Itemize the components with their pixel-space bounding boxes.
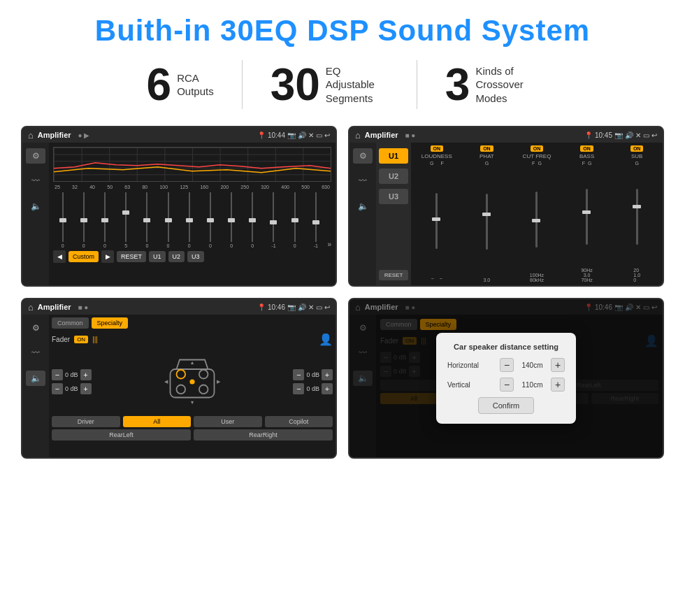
eq-bottom-bar: ◀ Custom ▶ RESET U1 U2 U3 — [53, 250, 331, 263]
fader-tabs: Common Specialty — [52, 317, 333, 329]
sub-slider[interactable] — [613, 167, 661, 266]
slider-5[interactable]: 0 — [159, 192, 178, 248]
cutfreq-slider[interactable] — [513, 167, 561, 271]
speaker-icon-2[interactable]: 🔈 — [353, 199, 373, 214]
channel-label-phat: PHAT — [480, 153, 494, 159]
specialty-tab[interactable]: Specialty — [92, 317, 129, 329]
prev-preset-btn[interactable]: ◀ — [53, 250, 66, 263]
horizontal-minus-btn[interactable]: − — [500, 358, 514, 372]
camera-icon-2: 📷 — [614, 131, 623, 139]
u1-btn-s1[interactable]: U1 — [149, 251, 166, 262]
stat-eq: 30 EQ AdjustableSegments — [243, 62, 417, 107]
db-plus-fr[interactable]: + — [322, 369, 333, 380]
db-minus-rl[interactable]: − — [52, 383, 63, 394]
confirm-button[interactable]: Confirm — [478, 397, 535, 414]
app-title-3: Amplifier — [38, 303, 71, 311]
next-preset-btn[interactable]: ▶ — [101, 250, 114, 263]
back-icon-2: ↩ — [651, 131, 657, 139]
common-tab[interactable]: Common — [52, 317, 89, 329]
db-minus-rr[interactable]: − — [293, 383, 304, 394]
rear-right-btn[interactable]: RearRight — [194, 429, 333, 440]
bass-slider[interactable] — [563, 167, 611, 266]
back-icon-3: ↩ — [324, 303, 330, 311]
stat-crossover-number: 3 — [445, 62, 470, 107]
freq-250: 250 — [240, 185, 249, 189]
custom-btn[interactable]: Custom — [68, 251, 99, 262]
volume-icon-2: 🔊 — [625, 131, 633, 139]
sidebar-1: ⚙ 〰 🔈 — [22, 143, 49, 285]
slider-10[interactable]: -1 — [264, 192, 283, 248]
speaker-icon-1[interactable]: 🔈 — [26, 199, 45, 214]
db-plus-rl[interactable]: + — [80, 383, 92, 394]
status-bar-3: ⌂ Amplifier ■ ● 📍 10:46 📷 🔊 ✕ ▭ ↩ — [22, 299, 336, 315]
slider-12[interactable]: -1 — [306, 192, 325, 248]
status-icons-1: 📍 10:44 📷 🔊 ✕ ▭ ↩ — [257, 131, 330, 139]
freq-40: 40 — [89, 185, 95, 189]
slider-7[interactable]: 0 — [201, 192, 219, 248]
bottom-buttons-3b: RearLeft RearRight — [52, 429, 333, 440]
u3-btn-s1[interactable]: U3 — [187, 251, 204, 262]
svg-text:▶: ▶ — [217, 378, 221, 385]
phat-slider[interactable] — [463, 167, 511, 276]
screen-content-1: ⚙ 〰 🔈 25 32 — [22, 143, 336, 285]
slider-2[interactable]: 0 — [95, 192, 114, 248]
all-btn[interactable]: All — [123, 416, 192, 427]
u2-btn-s1[interactable]: U2 — [168, 251, 185, 262]
slider-11[interactable]: 0 — [285, 192, 304, 248]
on-badge-sub: ON — [630, 145, 644, 152]
db-plus-rr[interactable]: + — [322, 383, 333, 394]
app-title-1: Amplifier — [38, 131, 71, 139]
wave-icon-2[interactable]: 〰 — [353, 173, 373, 189]
slider-4[interactable]: 0 — [138, 192, 157, 248]
db-control-fl: − 0 dB + — [52, 369, 92, 380]
sliders-row: 0 0 0 5 0 0 0 0 0 0 -1 0 -1 » — [53, 192, 331, 248]
screenshots-grid: ⌂ Amplifier ● ▶ 📍 10:44 📷 🔊 ✕ ▭ ↩ ⚙ 〰 🔈 — [21, 126, 664, 459]
slider-9[interactable]: 0 — [243, 192, 262, 248]
u3-btn[interactable]: U3 — [379, 189, 408, 204]
car-svg: ▲ ▼ ◀ ▶ — [161, 350, 224, 413]
user-btn[interactable]: User — [194, 416, 262, 427]
slider-8[interactable]: 0 — [222, 192, 241, 248]
eq-icon-2[interactable]: ⚙ — [353, 148, 373, 164]
wave-icon-3[interactable]: 〰 — [26, 345, 45, 361]
db-minus-fl[interactable]: − — [52, 369, 63, 380]
svg-text:◀: ◀ — [164, 378, 168, 385]
eq-icon-1[interactable]: ⚙ — [26, 148, 45, 164]
db-plus-fl[interactable]: + — [80, 369, 92, 380]
slider-6[interactable]: 0 — [180, 192, 199, 248]
reset-btn-s2[interactable]: RESET — [379, 270, 408, 280]
slider-1[interactable]: 0 — [74, 192, 93, 248]
copilot-btn[interactable]: Copilot — [265, 416, 333, 427]
u1-btn[interactable]: U1 — [379, 148, 408, 164]
main-area-1: 25 32 40 50 63 80 100 125 160 200 250 32… — [49, 143, 336, 285]
stat-eq-label: EQ AdjustableSegments — [326, 64, 389, 106]
db-minus-fr[interactable]: − — [293, 369, 304, 380]
driver-btn[interactable]: Driver — [52, 416, 120, 427]
horizontal-control: − 140cm + — [500, 358, 565, 372]
stat-crossover: 3 Kinds ofCrossover Modes — [417, 62, 567, 107]
u2-btn[interactable]: U2 — [379, 169, 408, 184]
db-control-rl: − 0 dB + — [52, 383, 92, 394]
reset-btn[interactable]: RESET — [117, 251, 146, 262]
slider-3[interactable]: 5 — [117, 192, 136, 248]
speaker-layout: − 0 dB + − 0 dB + — [52, 350, 333, 413]
channel-bass: ON BASS FG 90Hz3.070Hz — [563, 145, 611, 282]
slider-0[interactable]: 0 — [53, 192, 72, 248]
wave-icon-1[interactable]: 〰 — [26, 173, 45, 189]
speaker-icon-3[interactable]: 🔈 — [26, 371, 45, 386]
eq-icon-3[interactable]: ⚙ — [26, 320, 45, 336]
channel-loudness: ON LOUDNESS GF ~~ — [413, 145, 461, 282]
freq-320: 320 — [261, 185, 269, 189]
svg-point-1 — [177, 370, 186, 379]
on-badge-cutfreq: ON — [531, 145, 544, 152]
on-badge-phat: ON — [480, 145, 493, 152]
horizontal-plus-btn[interactable]: + — [551, 358, 565, 372]
vertical-minus-btn[interactable]: − — [500, 378, 514, 392]
rear-left-btn[interactable]: RearLeft — [52, 429, 191, 440]
loudness-slider[interactable] — [413, 167, 461, 275]
vertical-plus-btn[interactable]: + — [551, 378, 565, 392]
freq-25: 25 — [55, 185, 60, 189]
channel-label-cutfreq: CUT FREQ — [523, 153, 551, 159]
svg-point-2 — [199, 370, 208, 379]
app-title-2: Amplifier — [365, 131, 398, 139]
